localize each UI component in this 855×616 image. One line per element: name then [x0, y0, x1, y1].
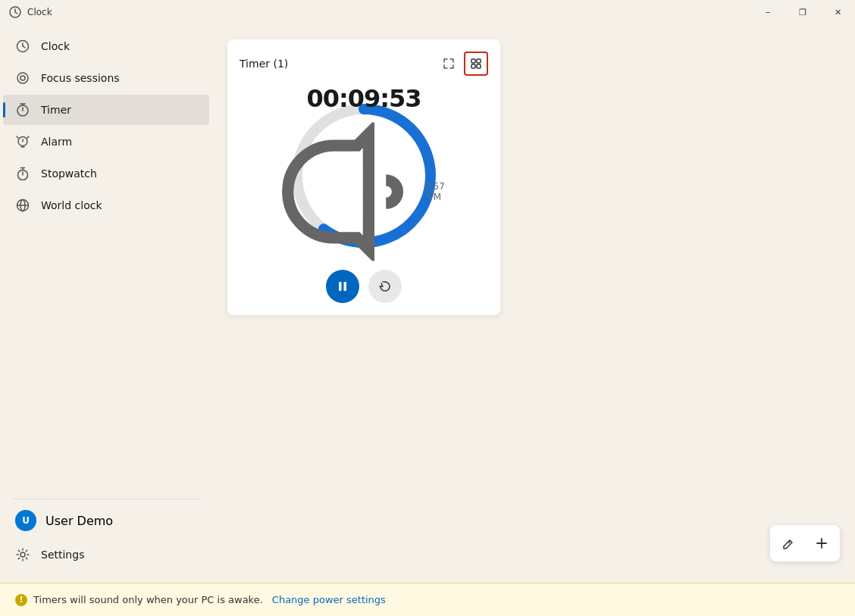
status-message: Timers will sound only when your PC is a…: [33, 594, 263, 605]
warning-icon: !: [15, 594, 27, 606]
timer-svg-wrapper: 00:09:53 2:57 PM: [288, 100, 440, 252]
sidebar-divider: [12, 499, 200, 499]
expand-button[interactable]: [437, 52, 461, 76]
edit-icon: [781, 536, 795, 550]
titlebar-controls: − ❐ ✕: [750, 0, 855, 24]
svg-point-21: [20, 552, 25, 557]
svg-point-7: [20, 76, 25, 80]
close-button[interactable]: ✕: [820, 0, 855, 24]
titlebar-left: Clock: [9, 6, 52, 18]
worldclock-icon: [15, 198, 30, 213]
minimize-button[interactable]: −: [750, 0, 785, 24]
bottom-action-bar: [770, 525, 840, 561]
user-name: User Demo: [45, 514, 113, 528]
clock-icon: [15, 39, 30, 54]
power-settings-link[interactable]: Change power settings: [272, 594, 386, 605]
sidebar-bottom: U User Demo Settings: [0, 496, 212, 577]
timer-icon: [15, 102, 30, 117]
timer-controls: [240, 270, 488, 303]
svg-rect-23: [477, 59, 481, 63]
svg-line-2: [15, 12, 17, 14]
compact-button[interactable]: [464, 52, 488, 76]
reset-icon: [378, 280, 392, 293]
sidebar-focus-label: Focus sessions: [41, 72, 120, 84]
sidebar-clock-label: Clock: [41, 40, 70, 52]
focus-icon: [15, 70, 30, 86]
sidebar-timer-label: Timer: [41, 104, 71, 116]
svg-rect-22: [471, 59, 475, 63]
pause-button[interactable]: [326, 270, 359, 303]
main-area: Clock Focus sessions: [0, 24, 855, 583]
add-icon: [815, 536, 828, 550]
svg-line-5: [23, 46, 25, 48]
add-timer-button[interactable]: [806, 528, 837, 558]
bell-small-icon: [270, 123, 421, 261]
timer-circle-container: 00:09:53 2:57 PM: [240, 85, 488, 267]
sidebar-item-worldclock[interactable]: World clock: [3, 190, 209, 220]
reset-button[interactable]: [368, 270, 402, 303]
app-icon: [9, 6, 21, 18]
sidebar-alarm-label: Alarm: [41, 136, 72, 148]
alarm-icon: [15, 134, 30, 149]
pause-icon: [336, 280, 349, 293]
settings-label: Settings: [41, 549, 84, 561]
sidebar-item-focus[interactable]: Focus sessions: [3, 63, 209, 93]
settings-icon: [15, 547, 30, 562]
sidebar-item-clock[interactable]: Clock: [3, 31, 209, 61]
svg-point-6: [17, 73, 28, 83]
compact-icon: [471, 58, 481, 69]
timer-end-time-value: 2:57 PM: [418, 181, 451, 202]
svg-rect-28: [339, 282, 342, 291]
status-bar: ! Timers will sound only when your PC is…: [0, 583, 855, 616]
sidebar-item-stopwatch[interactable]: Stopwatch: [3, 158, 209, 189]
maximize-button[interactable]: ❐: [785, 0, 820, 24]
sidebar-item-settings[interactable]: Settings: [3, 539, 209, 570]
sidebar: Clock Focus sessions: [0, 24, 212, 583]
sidebar-item-timer[interactable]: Timer: [3, 95, 209, 125]
app-title: Clock: [27, 7, 52, 17]
expand-icon: [443, 58, 454, 69]
svg-rect-25: [477, 64, 481, 68]
avatar: U: [15, 510, 36, 531]
sidebar-stopwatch-label: Stopwatch: [41, 167, 97, 180]
stopwatch-icon: [15, 166, 30, 181]
user-item[interactable]: U User Demo: [3, 502, 209, 539]
main-content: Timer (1): [212, 24, 855, 583]
timer-title: Timer (1): [240, 58, 288, 70]
svg-rect-24: [471, 64, 475, 68]
timer-header-actions: [437, 52, 488, 76]
timer-time-display: 00:09:53: [277, 84, 452, 113]
sidebar-worldclock-label: World clock: [41, 199, 102, 211]
edit-timers-button[interactable]: [773, 528, 803, 558]
titlebar: Clock − ❐ ✕: [0, 0, 855, 24]
svg-rect-29: [344, 282, 347, 291]
sidebar-item-alarm[interactable]: Alarm: [3, 127, 209, 157]
timer-card-header: Timer (1): [240, 52, 488, 76]
timer-card: Timer (1): [227, 39, 500, 315]
app-container: Clock Focus sessions: [0, 24, 855, 616]
timer-center-text: 00:09:53 2:57 PM: [277, 84, 452, 267]
timer-end-time: 2:57 PM: [277, 116, 452, 267]
